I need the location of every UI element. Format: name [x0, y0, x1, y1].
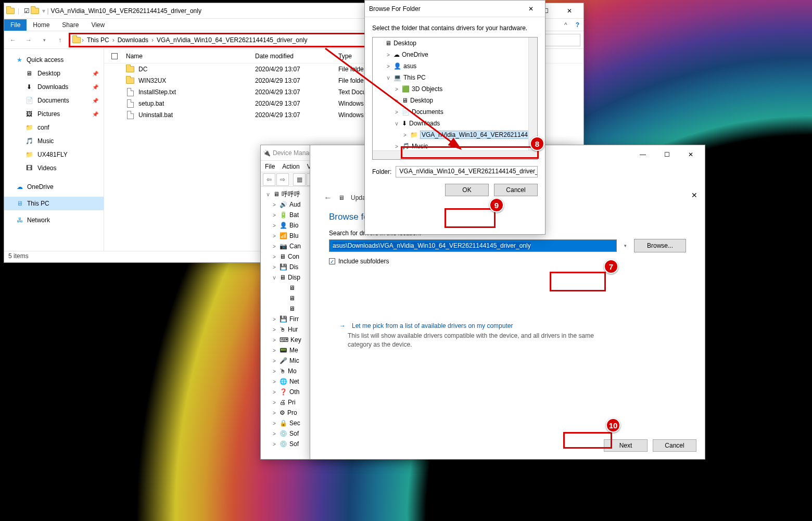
nav-network[interactable]: 🖧 Network — [4, 213, 104, 227]
minimize-button[interactable]: — — [631, 147, 655, 162]
nav-item-documents[interactable]: 📄Documents📌 — [4, 94, 104, 107]
nav-item-videos[interactable]: 🎞Videos — [4, 161, 104, 175]
nav-icon: 📁 — [25, 150, 33, 159]
include-subfolders-checkbox[interactable]: ✓ — [329, 258, 335, 264]
nav-item-desktop[interactable]: 🖥Desktop📌 — [4, 67, 104, 80]
nav-this-pc[interactable]: 🖥 This PC — [4, 197, 104, 210]
driver-path-input[interactable]: asus\Downloads\VGA_nVidia_Win10_64_VER26… — [329, 239, 617, 252]
next-button[interactable]: Next — [604, 439, 648, 452]
nav-icon: 🖼 — [25, 110, 33, 118]
expand-icon[interactable]: > — [271, 212, 277, 218]
crumb-this-pc[interactable]: This PC — [85, 36, 111, 44]
toolbar-back[interactable]: ⇦ — [263, 173, 275, 186]
close-button[interactable]: ✕ — [557, 3, 581, 19]
tab-share[interactable]: Share — [56, 19, 85, 31]
folder-icon — [126, 65, 134, 73]
expand-icon[interactable]: > — [271, 244, 277, 249]
browse-button[interactable]: Browse... — [634, 239, 686, 252]
category-icon: 💿 — [280, 440, 287, 448]
expand-icon[interactable]: > — [271, 348, 277, 353]
folder-qat-icon[interactable] — [31, 7, 39, 15]
expand-icon[interactable]: > — [271, 233, 277, 239]
category-icon: 🎤 — [280, 357, 287, 364]
expand-icon[interactable]: > — [271, 327, 277, 333]
nav-icon: 🖥 — [25, 69, 33, 78]
nav-item-ux481fly[interactable]: 📁UX481FLY — [4, 148, 104, 161]
expand-icon[interactable]: > — [271, 421, 277, 426]
expand-icon[interactable]: > — [271, 264, 277, 270]
device-icon: 🖥 — [338, 194, 345, 201]
category-icon: 💿 — [280, 430, 287, 437]
expand-icon[interactable]: > — [271, 441, 277, 447]
col-name[interactable]: Name — [125, 53, 255, 60]
category-icon: 👤 — [280, 222, 287, 229]
maximize-button[interactable]: ☐ — [655, 147, 679, 162]
tab-file[interactable]: File — [4, 19, 27, 31]
pin-icon: 📌 — [92, 71, 98, 77]
category-icon: 🖱 — [280, 367, 286, 375]
back-button[interactable]: ← — [7, 34, 19, 46]
cancel-button[interactable]: Cancel — [653, 439, 696, 452]
monitor-icon: 🖥 — [289, 295, 295, 302]
menu-file[interactable]: File — [265, 163, 275, 170]
expand-icon[interactable]: > — [271, 223, 277, 228]
expand-icon[interactable]: > — [271, 358, 277, 364]
select-all-checkbox[interactable] — [111, 53, 118, 59]
expand-icon[interactable]: > — [271, 254, 277, 260]
tab-home[interactable]: Home — [27, 19, 56, 31]
menu-action[interactable]: Action — [282, 163, 299, 170]
folder-icon — [72, 36, 81, 44]
expand-icon[interactable]: > — [271, 389, 277, 395]
nav-quick-access[interactable]: ★ Quick access — [4, 53, 104, 67]
help-icon[interactable]: ? — [572, 19, 583, 31]
monitor-icon: 🖥 — [289, 305, 295, 312]
back-arrow-icon[interactable]: ← — [324, 193, 332, 202]
network-icon: 🖧 — [17, 217, 23, 224]
pick-from-list-link[interactable]: → Let me pick from a list of available d… — [310, 322, 705, 329]
expand-icon[interactable]: > — [271, 379, 277, 385]
expand-icon[interactable]: > — [271, 368, 277, 374]
expand-icon[interactable]: v — [271, 275, 277, 281]
tab-view[interactable]: View — [85, 19, 111, 31]
cancel-button[interactable]: Cancel — [494, 184, 538, 196]
close-icon[interactable]: ✕ — [691, 191, 697, 199]
toolbar-view[interactable]: ▦ — [293, 173, 306, 186]
cloud-icon: ☁ — [17, 183, 23, 190]
category-icon: 💾 — [280, 315, 287, 323]
dropdown-icon[interactable]: ▾ — [624, 243, 627, 248]
recent-dropdown[interactable]: ▾ — [39, 34, 50, 46]
expand-icon[interactable]: > — [271, 400, 277, 405]
forward-button[interactable]: → — [23, 34, 34, 46]
nav-item-downloads[interactable]: ⬇Downloads📌 — [4, 80, 104, 94]
toolbar-forward[interactable]: ⇨ — [276, 173, 289, 186]
category-icon: 🖥 — [280, 253, 286, 260]
folder-name-input[interactable]: VGA_nVidia_Win10_64_VER2621144145_driver… — [396, 166, 538, 177]
close-button[interactable]: ✕ — [519, 1, 543, 17]
expand-icon[interactable]: > — [271, 202, 277, 208]
nav-onedrive[interactable]: ☁ OneDrive — [4, 180, 104, 194]
file-icon — [126, 99, 134, 108]
bff-titlebar[interactable]: Browse For Folder ✕ — [365, 1, 545, 17]
ok-button[interactable]: OK — [445, 184, 489, 196]
nav-item-conf[interactable]: 📁conf — [4, 121, 104, 134]
expand-icon[interactable]: > — [271, 337, 277, 343]
category-icon: 🖱 — [280, 326, 286, 333]
up-button[interactable]: ↑ — [54, 34, 66, 46]
devmgr-icon: 🔌 — [263, 149, 271, 157]
crumb-downloads[interactable]: Downloads — [116, 36, 150, 44]
expand-icon[interactable]: > — [271, 410, 277, 416]
pin-icon: 📌 — [92, 84, 98, 90]
close-button[interactable]: ✕ — [679, 147, 703, 162]
category-icon: 🔊 — [280, 201, 287, 208]
ribbon-expand-icon[interactable]: ^ — [560, 19, 572, 31]
nav-item-music[interactable]: 🎵Music — [4, 134, 104, 148]
file-icon — [126, 88, 134, 96]
annotation-arrow — [323, 46, 468, 155]
expand-icon[interactable]: > — [271, 316, 277, 322]
marker-10: 10 — [606, 418, 620, 433]
crumb-current[interactable]: VGA_nVidia_Win10_64_VER2621144145_driver… — [155, 36, 309, 44]
nav-item-pictures[interactable]: 🖼Pictures📌 — [4, 107, 104, 121]
vertical-scrollbar[interactable] — [528, 37, 537, 150]
expand-icon[interactable]: > — [271, 431, 277, 437]
checkbox-qat-icon[interactable]: ☑ — [22, 7, 31, 15]
